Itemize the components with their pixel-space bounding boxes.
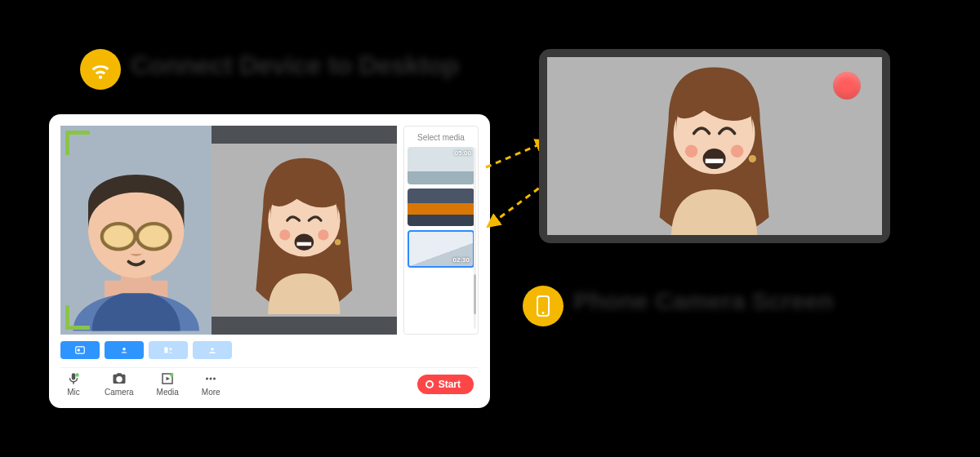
mic-button[interactable]: Mic: [65, 371, 82, 397]
svg-point-21: [170, 373, 174, 377]
camera-icon: [111, 371, 127, 386]
crop-corner[interactable]: [65, 131, 90, 155]
toolbar: Mic Camera Media More Start: [60, 367, 479, 397]
wifi-icon: [89, 58, 112, 81]
svg-point-23: [210, 378, 212, 380]
more-button[interactable]: More: [202, 371, 220, 397]
svg-rect-31: [706, 159, 724, 163]
start-label: Start: [439, 379, 461, 390]
desktop-heading: Connect Device to Desktop: [131, 51, 459, 81]
svg-point-29: [731, 144, 744, 158]
media-thumbnail[interactable]: [408, 189, 474, 226]
media-thumbnail[interactable]: 05:00: [408, 147, 474, 184]
svg-point-19: [211, 348, 214, 351]
thumbnail-duration: 02:30: [453, 256, 470, 264]
tool-label: Mic: [67, 388, 80, 397]
svg-point-6: [139, 225, 169, 248]
svg-point-11: [295, 233, 314, 251]
svg-point-28: [685, 144, 698, 158]
record-icon: [425, 380, 434, 388]
svg-point-9: [280, 229, 291, 240]
media-button[interactable]: Media: [157, 371, 179, 397]
mic-icon: [65, 371, 82, 386]
camera-button[interactable]: Camera: [105, 371, 134, 397]
layout-preset-side[interactable]: [149, 341, 188, 359]
svg-point-13: [335, 239, 341, 245]
phone-badge: [523, 286, 564, 326]
svg-rect-12: [297, 242, 312, 246]
media-thumbnail-selected[interactable]: 02:30: [408, 230, 474, 268]
webcam-feed-left: [60, 126, 212, 335]
phone-heading: Phone Camera Screen: [573, 287, 833, 315]
media-scrollbar[interactable]: [474, 148, 476, 329]
svg-point-34: [542, 312, 545, 314]
svg-point-22: [206, 378, 208, 380]
svg-point-24: [213, 378, 216, 380]
phone-camera-screen: [547, 57, 882, 235]
thumbnail-duration: 05:00: [455, 149, 471, 157]
layout-presets-row: [60, 341, 479, 359]
start-button[interactable]: Start: [417, 375, 474, 394]
media-panel-title: Select media: [408, 130, 474, 147]
phone-icon: [537, 295, 550, 317]
svg-point-32: [749, 155, 756, 162]
tool-label: More: [202, 388, 220, 397]
phone-device: [539, 49, 890, 243]
svg-point-18: [169, 348, 172, 350]
tool-label: Camera: [105, 388, 134, 397]
svg-point-20: [75, 373, 79, 377]
layout-preset-pip[interactable]: [60, 341, 100, 359]
phone-camera-feed: [212, 126, 397, 335]
more-icon: [203, 371, 219, 386]
media-panel: Select media 05:00 02:30: [403, 126, 479, 335]
svg-line-25: [486, 141, 547, 167]
svg-point-16: [122, 348, 126, 351]
layout-preset-full[interactable]: [193, 341, 232, 359]
svg-point-5: [104, 225, 134, 248]
record-button[interactable]: [833, 72, 861, 100]
media-icon: [159, 371, 176, 386]
preview-canvas: [60, 126, 397, 335]
layout-preset-single[interactable]: [105, 341, 144, 359]
crop-corner[interactable]: [65, 305, 90, 330]
svg-point-15: [78, 348, 81, 352]
desktop-app-window: Select media 05:00 02:30: [49, 114, 490, 408]
wifi-badge: [80, 49, 121, 90]
tool-label: Media: [157, 388, 179, 397]
svg-rect-17: [164, 348, 167, 353]
svg-point-10: [318, 229, 329, 240]
